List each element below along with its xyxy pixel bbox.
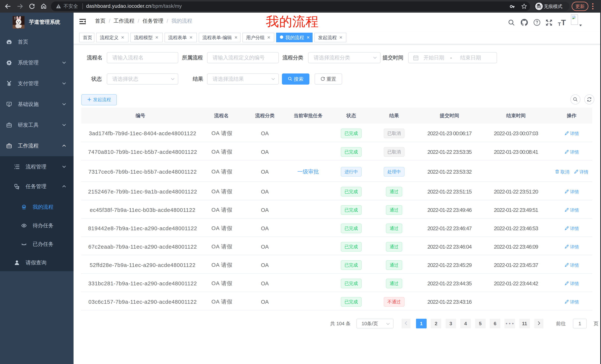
svg-text:T: T	[558, 21, 561, 27]
svg-text:T: T	[561, 18, 566, 27]
